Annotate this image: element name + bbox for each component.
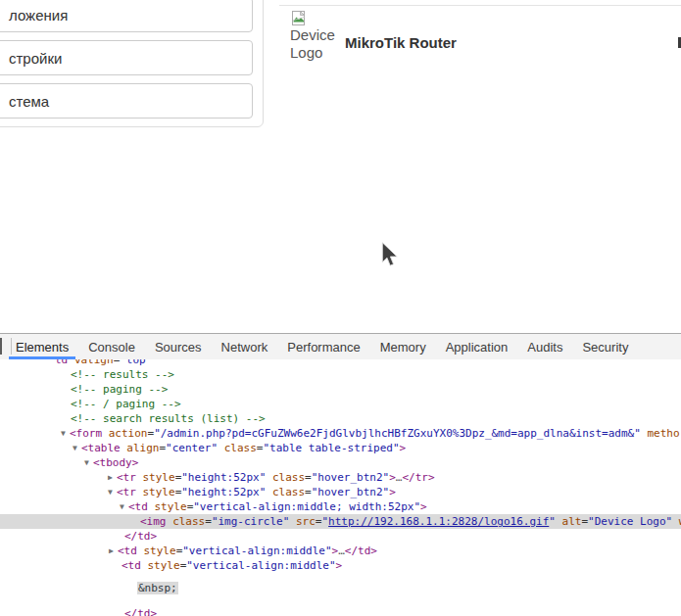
code-text: td valign="top" [55, 359, 152, 367]
dom-tree-line[interactable]: <td style="vertical-align:middle"> [0, 558, 681, 573]
code-text: <tbody> [93, 455, 138, 470]
disclosure-arrow-down[interactable]: ▼ [108, 485, 113, 499]
code-segment-attr: align [126, 442, 159, 454]
dom-tree-line[interactable]: td valign="top" [0, 359, 681, 367]
code-segment-tag: <td [122, 559, 148, 572]
tab-performance[interactable]: Performance [277, 334, 369, 359]
code-segment-value: "hover_btn2" [312, 486, 389, 498]
dom-tree-line[interactable]: ▶<td style="vertical-align:middle">…</td… [0, 544, 681, 558]
code-segment-value: "Device Logo" [588, 515, 672, 528]
disclosure-arrow-down[interactable]: ▼ [120, 499, 124, 514]
clipped-inspect-icon [0, 338, 2, 355]
tab-console[interactable]: Console [78, 334, 145, 359]
dom-tree-line[interactable]: </td> [0, 529, 681, 544]
code-segment-value: "hover_btn2" [312, 471, 389, 484]
code-text: <tr style="height:52px" class="hover_btn… [117, 470, 435, 485]
code-text: <td style="vertical-align:middle; width:… [128, 499, 427, 514]
disclosure-arrow-right[interactable]: ▶ [109, 544, 114, 558]
code-segment-value: "center" [166, 442, 218, 454]
dom-tree-line[interactable]: ▼<td style="vertical-align:middle; width… [0, 499, 681, 514]
code-segment-attr: class [172, 515, 205, 528]
code-segment-tag: <tr [117, 486, 143, 498]
tab-memory[interactable]: Memory [370, 334, 436, 359]
dom-tree-line[interactable]: ▼<table align="center" class="table tabl… [0, 441, 681, 455]
code-segment-attr: src [296, 515, 316, 528]
code-segment-plain [266, 471, 272, 484]
dom-tree[interactable]: td valign="top"<!-- results --><!-- pagi… [0, 359, 681, 616]
menu-item-button[interactable]: ложения [0, 0, 253, 32]
tab-network[interactable]: Network [212, 334, 278, 359]
devtools-panel: ElementsConsoleSourcesNetworkPerformance… [0, 333, 681, 616]
dom-tree-line[interactable]: </td> [0, 606, 681, 616]
code-segment-comment: <!-- results --> [71, 368, 174, 381]
code-segment-value: "vertical-align:middle" [182, 545, 331, 557]
code-segment-tag: <tr [117, 471, 143, 484]
code-text: <!-- / paging --> [71, 397, 181, 411]
dom-tree-line[interactable]: <!-- search results (list) --> [0, 411, 681, 426]
code-segment-attr: style [143, 486, 175, 498]
code-segment-attr: style [148, 559, 180, 572]
menu-item-button[interactable]: стройки [0, 40, 253, 75]
disclosure-arrow-down[interactable]: ▼ [61, 426, 66, 441]
code-segment-tag: > [389, 471, 396, 484]
code-segment-value: "/admin.php?pd=cGFuZWw6e2FjdGlvbjlhcHBfZ… [154, 427, 641, 440]
dom-tree-line[interactable]: ▼<form action="/admin.php?pd=cGFuZWw6e2F… [0, 426, 681, 441]
image-alt-text: Device Logo [290, 26, 335, 62]
code-text: <td style="vertical-align:middle">…</td> [118, 544, 377, 558]
code-segment-tag: <td [118, 545, 144, 557]
tab-application[interactable]: Application [436, 334, 518, 359]
resource-link[interactable]: http://192.168.1.1:2828/logo16.gif [328, 515, 549, 528]
code-segment-attr: metho [647, 427, 679, 440]
code-segment-attr: style [155, 500, 187, 513]
code-segment-plain [218, 442, 224, 454]
tab-sources[interactable]: Sources [145, 334, 212, 359]
tab-audits[interactable]: Audits [517, 334, 572, 359]
dom-tree-line[interactable]: <!-- / paging --> [0, 397, 681, 411]
code-segment-value: "height:52px" [181, 471, 266, 484]
tab-elements[interactable]: Elements [6, 334, 78, 359]
disclosure-arrow-down[interactable]: ▼ [73, 441, 77, 455]
code-segment-attr: style [144, 545, 176, 557]
tab-strip: ElementsConsoleSourcesNetworkPerformance… [0, 334, 638, 359]
code-segment-attr: valign [74, 359, 114, 366]
code-text: </td> [124, 606, 157, 616]
code-segment-tag: </tr> [402, 471, 434, 484]
code-text: <!-- results --> [71, 367, 174, 382]
code-text: &nbsp; [137, 581, 178, 595]
code-segment-plain: = [305, 471, 312, 484]
code-segment-attr: style [143, 471, 175, 484]
device-title: MikroTik Router [345, 34, 457, 51]
code-segment-tag: > [420, 500, 427, 513]
menu-item-label: стема [9, 93, 49, 110]
code-segment-value: "height:52px" [181, 486, 266, 498]
code-segment-plain [289, 515, 296, 528]
dom-tree-line[interactable]: <!-- results --> [0, 367, 681, 382]
code-segment-tag: <tbody> [93, 456, 138, 469]
tab-security[interactable]: Security [572, 334, 638, 359]
code-segment-plain [672, 515, 679, 528]
code-segment-value: " [549, 515, 556, 528]
code-text: <img class="img-circle" src="http://192.… [140, 514, 681, 529]
code-segment-value: "table table-striped" [263, 442, 399, 454]
code-segment-comment: <!-- paging --> [71, 383, 168, 396]
code-segment-attr: class [272, 471, 305, 484]
code-segment-value: "top" [120, 359, 152, 366]
code-segment-value: "vertical-align:middle; width:52px" [193, 500, 420, 513]
dom-tree-line[interactable]: &nbsp; [0, 581, 681, 595]
disclosure-arrow-right[interactable]: ▶ [108, 470, 113, 485]
code-segment-tag: > [336, 559, 343, 572]
dom-tree-line[interactable]: ▶<tr style="height:52px" class="hover_bt… [0, 470, 681, 485]
code-segment-value: "vertical-align:middle" [186, 559, 335, 572]
page-content: ложениястройкистема Device Logo MikroTik… [0, 0, 681, 333]
disclosure-arrow-down[interactable]: ▼ [84, 455, 89, 470]
code-segment-tag: td [55, 359, 74, 366]
code-segment-tag: </td> [124, 607, 157, 616]
menu-item-button[interactable]: стема [0, 83, 253, 118]
dom-tree-line-selected[interactable]: <img class="img-circle" src="http://192.… [0, 514, 681, 529]
code-text: </td> [124, 529, 157, 544]
dom-tree-line[interactable]: ▼<tr style="height:52px" class="hover_bt… [0, 485, 681, 499]
code-segment-tag: </td> [124, 530, 157, 543]
dom-tree-line[interactable]: <!-- paging --> [0, 382, 681, 397]
code-segment-textsel: &nbsp; [137, 582, 178, 594]
dom-tree-line[interactable]: ▼<tbody> [0, 455, 681, 470]
